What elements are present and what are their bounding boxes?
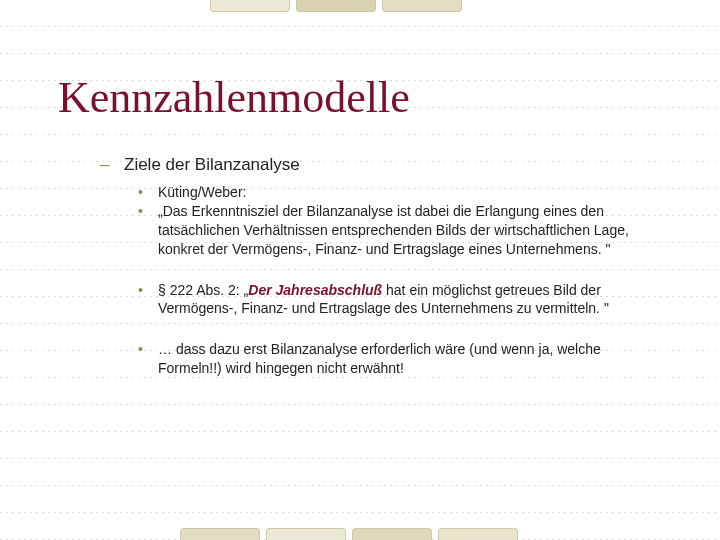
- dash-bullet: –: [100, 155, 114, 175]
- bullet-item: • „Das Erkenntnisziel der Bilanzanalyse …: [138, 202, 662, 259]
- decorative-tabs-bottom: [180, 528, 518, 540]
- text-prefix: § 222 Abs. 2: „: [158, 282, 248, 298]
- bullet-list: • Küting/Weber: • „Das Erkenntnisziel de…: [138, 183, 662, 378]
- slide-content: Kennzahlenmodelle – Ziele der Bilanzanal…: [0, 0, 720, 378]
- bullet-group-3: • … dass dazu erst Bilanzanalyse erforde…: [138, 340, 662, 378]
- bullet-item: • § 222 Abs. 2: „Der Jahresabschluß hat …: [138, 281, 662, 319]
- slide-title: Kennzahlenmodelle: [58, 72, 662, 123]
- bullet-group-2: • § 222 Abs. 2: „Der Jahresabschluß hat …: [138, 281, 662, 319]
- bullet-item: • … dass dazu erst Bilanzanalyse erforde…: [138, 340, 662, 378]
- bullet-group-1: • Küting/Weber: • „Das Erkenntnisziel de…: [138, 183, 662, 259]
- bullet-text: Küting/Weber:: [158, 183, 246, 202]
- bullet-text: „Das Erkenntnisziel der Bilanzanalyse is…: [158, 202, 662, 259]
- subheading-text: Ziele der Bilanzanalyse: [124, 155, 300, 175]
- emphasized-term: Der Jahresabschluß: [248, 282, 382, 298]
- bullet-dot: •: [138, 183, 148, 202]
- bullet-dot: •: [138, 281, 148, 300]
- subheading-row: – Ziele der Bilanzanalyse: [100, 155, 662, 175]
- bullet-text: … dass dazu erst Bilanzanalyse erforderl…: [158, 340, 662, 378]
- bullet-dot: •: [138, 340, 148, 359]
- bullet-text: § 222 Abs. 2: „Der Jahresabschluß hat ei…: [158, 281, 662, 319]
- bullet-item: • Küting/Weber:: [138, 183, 662, 202]
- bullet-dot: •: [138, 202, 148, 221]
